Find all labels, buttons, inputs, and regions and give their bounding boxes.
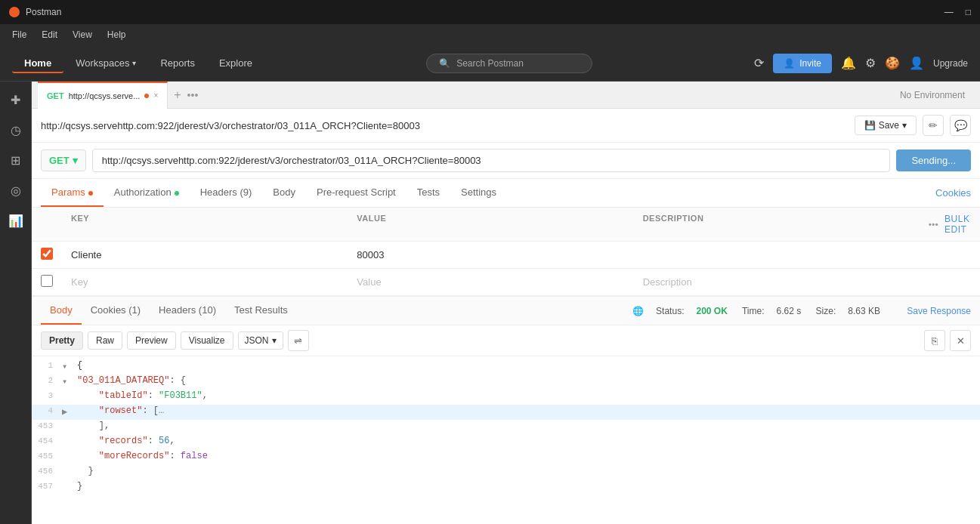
more-tabs-button[interactable]: ••• — [187, 89, 199, 101]
row-checkbox-cell — [32, 242, 62, 268]
resp-tab-body[interactable]: Body — [41, 297, 82, 325]
maximize-button[interactable]: □ — [966, 7, 971, 17]
wrap-lines-button[interactable]: ⇌ — [288, 330, 309, 351]
placeholder-value[interactable]: Value — [348, 270, 633, 294]
code-line-4: 4 ▶ "rowset": [… — [32, 405, 980, 420]
nav-workspaces[interactable]: Workspaces ▾ — [63, 53, 148, 73]
nav-reports[interactable]: Reports — [148, 53, 207, 73]
gear-icon[interactable]: ⚙ — [865, 56, 876, 70]
tab-body[interactable]: Body — [262, 179, 306, 207]
request-tab[interactable]: GET http://qcsys.serve... × — [38, 82, 168, 109]
cookies-link[interactable]: Cookies — [935, 187, 971, 199]
line-number: 4 — [32, 405, 62, 415]
tabs-row: GET http://qcsys.serve... × + ••• No Env… — [32, 82, 980, 109]
placeholder-checkbox[interactable] — [41, 275, 53, 287]
invite-icon: 👤 — [784, 58, 795, 69]
send-button[interactable]: Sending... — [896, 149, 971, 171]
sidebar-collections[interactable]: ⊞ — [4, 148, 28, 172]
sidebar-new-request[interactable]: ✚ — [4, 88, 28, 112]
tab-prerequest[interactable]: Pre-request Script — [306, 179, 407, 207]
placeholder-actions — [920, 276, 980, 288]
sync-icon[interactable]: ⟳ — [754, 56, 764, 70]
code-line-3: 3 "tableId": "F03B11", — [32, 390, 980, 405]
environment-selector[interactable]: No Environment — [891, 90, 974, 100]
comment-icon-button[interactable]: 💬 — [950, 115, 971, 136]
code-line-455: 455 "moreRecords": false — [32, 450, 980, 465]
menu-edit[interactable]: Edit — [36, 28, 63, 42]
resp-tab-headers[interactable]: Headers (10) — [150, 297, 225, 325]
tab-method: GET — [47, 91, 64, 100]
format-raw-button[interactable]: Raw — [88, 331, 122, 350]
response-size: 8.63 KB — [848, 306, 880, 316]
line-content: "tableId": "F03B11", — [74, 390, 980, 402]
request-row: GET ▾ Sending... — [32, 143, 980, 179]
line-content: ], — [74, 420, 980, 432]
save-button[interactable]: 💾 Save ▾ — [855, 116, 917, 135]
navbar: Home Workspaces ▾ Reports Explore 🔍 Sear… — [0, 45, 980, 82]
sidebar-history[interactable]: ◷ — [4, 118, 28, 142]
menu-view[interactable]: View — [66, 28, 98, 42]
add-tab-button[interactable]: + — [168, 85, 187, 105]
url-input[interactable] — [92, 149, 891, 172]
line-toggle[interactable]: ▾ — [62, 375, 74, 387]
tab-close-button[interactable]: × — [153, 91, 158, 100]
content-area: GET http://qcsys.serve... × + ••• No Env… — [32, 82, 980, 524]
titlebar: Postman — □ — [0, 0, 980, 24]
search-placeholder: Search Postman — [456, 58, 524, 69]
response-tabs: Body Cookies (1) Headers (10) Test Resul… — [32, 297, 980, 325]
resp-tab-cookies[interactable]: Cookies (1) — [82, 297, 150, 325]
line-toggle — [62, 480, 74, 492]
more-options-icon[interactable]: ••• — [929, 220, 938, 229]
json-format-selector[interactable]: JSON ▾ — [238, 331, 283, 350]
line-toggle — [62, 450, 74, 462]
line-content: "moreRecords": false — [74, 450, 980, 462]
col-description: DESCRIPTION — [634, 208, 920, 241]
code-line-454: 454 "records": 56, — [32, 435, 980, 450]
minimize-button[interactable]: — — [944, 7, 954, 17]
line-toggle[interactable]: ▾ — [62, 359, 74, 372]
menu-file[interactable]: File — [6, 28, 32, 42]
nav-explore[interactable]: Explore — [207, 53, 264, 73]
sidebar-monitoring[interactable]: 📊 — [4, 208, 28, 233]
col-checkbox — [32, 208, 62, 241]
row-description — [634, 249, 920, 261]
tab-params[interactable]: Params — [41, 179, 104, 207]
edit-icon-button[interactable]: ✏ — [923, 115, 944, 136]
line-content: "records": 56, — [74, 435, 980, 447]
auth-dot — [175, 191, 179, 196]
format-visualize-button[interactable]: Visualize — [181, 331, 233, 350]
search-bar[interactable]: 🔍 Search Postman — [426, 54, 592, 73]
save-icon: 💾 — [864, 120, 876, 131]
menu-help[interactable]: Help — [101, 28, 132, 42]
sidebar-environments[interactable]: ◎ — [4, 178, 28, 202]
line-toggle[interactable]: ▶ — [62, 405, 74, 418]
format-pretty-button[interactable]: Pretty — [41, 331, 83, 350]
param-checkbox[interactable] — [41, 248, 53, 260]
copy-response-button[interactable]: ⎘ — [924, 330, 945, 351]
row-value: 80003 — [348, 243, 633, 267]
bulk-edit-button[interactable]: Bulk Edit — [944, 214, 974, 235]
format-preview-button[interactable]: Preview — [127, 331, 176, 350]
resp-tab-test-results[interactable]: Test Results — [225, 297, 297, 325]
nav-home[interactable]: Home — [12, 53, 63, 73]
tab-unsaved-indicator — [144, 94, 149, 98]
save-response-button[interactable]: Save Response — [907, 306, 971, 316]
avatar-icon[interactable]: 👤 — [909, 56, 924, 70]
bell-icon[interactable]: 🔔 — [841, 56, 856, 70]
code-line-2: 2 ▾ "03_011A_DATAREQ": { — [32, 375, 980, 390]
tab-authorization[interactable]: Authorization — [104, 179, 190, 207]
placeholder-description[interactable]: Description — [634, 270, 920, 294]
cookie-icon[interactable]: 🍪 — [885, 56, 900, 70]
url-display: http://qcsys.servehttp.com:922/jderest/v… — [41, 120, 420, 131]
method-selector[interactable]: GET ▾ — [41, 149, 86, 171]
clear-response-button[interactable]: ✕ — [950, 330, 971, 351]
placeholder-key[interactable]: Key — [62, 270, 348, 294]
upgrade-button[interactable]: Upgrade — [933, 58, 968, 69]
tab-settings[interactable]: Settings — [450, 179, 507, 207]
tab-headers[interactable]: Headers (9) — [190, 179, 263, 207]
tab-tests[interactable]: Tests — [407, 179, 450, 207]
line-toggle — [62, 465, 74, 477]
status-code: 200 OK — [696, 306, 727, 316]
invite-button[interactable]: 👤 Invite — [773, 54, 832, 73]
json-label: JSON — [245, 335, 269, 346]
